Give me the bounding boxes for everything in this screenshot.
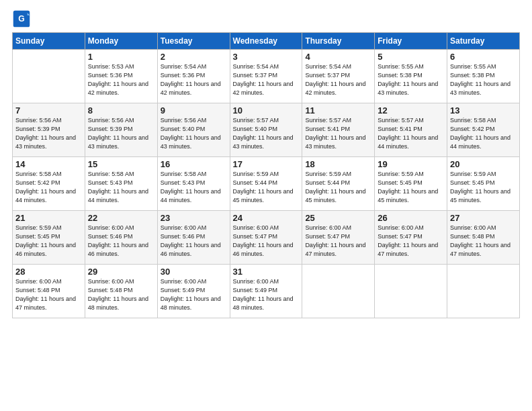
weekday-wednesday: Wednesday bbox=[230, 33, 302, 50]
calendar-page: G SundayMondayTuesdayWednesdayThursdayFr… bbox=[0, 0, 532, 411]
day-number: 16 bbox=[161, 159, 227, 169]
day-number: 26 bbox=[378, 213, 444, 223]
day-info: Sunrise: 5:54 AMSunset: 5:37 PMDaylight:… bbox=[305, 62, 371, 97]
day-info: Sunrise: 5:55 AMSunset: 5:38 PMDaylight:… bbox=[450, 62, 517, 97]
calendar-table: SundayMondayTuesdayWednesdayThursdayFrid… bbox=[12, 32, 520, 318]
day-info: Sunrise: 6:00 AMSunset: 5:48 PMDaylight:… bbox=[88, 277, 154, 312]
day-info: Sunrise: 5:57 AMSunset: 5:40 PMDaylight:… bbox=[233, 116, 300, 151]
day-number: 21 bbox=[15, 213, 82, 223]
day-info: Sunrise: 5:57 AMSunset: 5:41 PMDaylight:… bbox=[305, 116, 371, 151]
day-cell: 20Sunrise: 5:59 AMSunset: 5:45 PMDayligh… bbox=[447, 157, 520, 211]
day-number: 18 bbox=[305, 159, 371, 169]
day-cell: 27Sunrise: 6:00 AMSunset: 5:48 PMDayligh… bbox=[447, 211, 520, 265]
day-info: Sunrise: 5:58 AMSunset: 5:42 PMDaylight:… bbox=[450, 116, 517, 151]
day-cell bbox=[375, 265, 447, 318]
day-info: Sunrise: 5:55 AMSunset: 5:38 PMDaylight:… bbox=[378, 62, 444, 97]
day-number: 1 bbox=[88, 52, 154, 62]
day-cell: 28Sunrise: 6:00 AMSunset: 5:48 PMDayligh… bbox=[13, 265, 85, 318]
day-number: 4 bbox=[305, 52, 371, 62]
day-cell: 10Sunrise: 5:57 AMSunset: 5:40 PMDayligh… bbox=[230, 103, 302, 157]
day-cell: 9Sunrise: 5:56 AMSunset: 5:40 PMDaylight… bbox=[157, 103, 230, 157]
day-cell: 31Sunrise: 6:00 AMSunset: 5:49 PMDayligh… bbox=[230, 265, 302, 318]
day-info: Sunrise: 5:54 AMSunset: 5:36 PMDaylight:… bbox=[161, 62, 227, 97]
day-cell: 26Sunrise: 6:00 AMSunset: 5:47 PMDayligh… bbox=[375, 211, 447, 265]
day-cell: 25Sunrise: 6:00 AMSunset: 5:47 PMDayligh… bbox=[302, 211, 375, 265]
day-number: 24 bbox=[233, 213, 300, 223]
day-number: 2 bbox=[161, 52, 227, 62]
day-cell: 19Sunrise: 5:59 AMSunset: 5:45 PMDayligh… bbox=[375, 157, 447, 211]
day-info: Sunrise: 6:00 AMSunset: 5:49 PMDaylight:… bbox=[233, 277, 300, 312]
week-row-5: 28Sunrise: 6:00 AMSunset: 5:48 PMDayligh… bbox=[13, 265, 520, 318]
day-cell: 30Sunrise: 6:00 AMSunset: 5:49 PMDayligh… bbox=[157, 265, 230, 318]
day-info: Sunrise: 6:00 AMSunset: 5:47 PMDaylight:… bbox=[378, 224, 444, 259]
day-cell: 8Sunrise: 5:56 AMSunset: 5:39 PMDaylight… bbox=[85, 103, 157, 157]
week-row-1: 1Sunrise: 5:53 AMSunset: 5:36 PMDaylight… bbox=[13, 50, 520, 103]
header: G bbox=[12, 7, 520, 28]
day-cell: 13Sunrise: 5:58 AMSunset: 5:42 PMDayligh… bbox=[447, 103, 520, 157]
day-info: Sunrise: 5:59 AMSunset: 5:44 PMDaylight:… bbox=[305, 170, 371, 205]
day-info: Sunrise: 5:58 AMSunset: 5:42 PMDaylight:… bbox=[15, 170, 82, 205]
day-number: 19 bbox=[378, 159, 444, 169]
day-info: Sunrise: 6:00 AMSunset: 5:48 PMDaylight:… bbox=[450, 224, 517, 259]
day-info: Sunrise: 6:00 AMSunset: 5:47 PMDaylight:… bbox=[305, 224, 371, 259]
day-number: 22 bbox=[88, 213, 154, 223]
day-number: 12 bbox=[378, 105, 444, 116]
day-info: Sunrise: 5:57 AMSunset: 5:41 PMDaylight:… bbox=[378, 116, 444, 151]
day-cell bbox=[13, 50, 85, 103]
day-number: 28 bbox=[15, 267, 82, 277]
day-number: 17 bbox=[233, 159, 300, 169]
day-info: Sunrise: 5:59 AMSunset: 5:45 PMDaylight:… bbox=[15, 224, 82, 259]
day-info: Sunrise: 6:00 AMSunset: 5:47 PMDaylight:… bbox=[233, 224, 300, 259]
weekday-tuesday: Tuesday bbox=[157, 33, 230, 50]
day-number: 9 bbox=[161, 105, 227, 116]
day-number: 3 bbox=[233, 52, 300, 62]
day-cell: 12Sunrise: 5:57 AMSunset: 5:41 PMDayligh… bbox=[375, 103, 447, 157]
day-cell: 14Sunrise: 5:58 AMSunset: 5:42 PMDayligh… bbox=[13, 157, 85, 211]
weekday-friday: Friday bbox=[375, 33, 447, 50]
day-info: Sunrise: 5:58 AMSunset: 5:43 PMDaylight:… bbox=[88, 170, 154, 205]
day-cell: 5Sunrise: 5:55 AMSunset: 5:38 PMDaylight… bbox=[375, 50, 447, 103]
day-info: Sunrise: 6:00 AMSunset: 5:48 PMDaylight:… bbox=[15, 277, 82, 312]
day-cell: 22Sunrise: 6:00 AMSunset: 5:46 PMDayligh… bbox=[85, 211, 157, 265]
svg-text:G: G bbox=[18, 14, 25, 24]
day-info: Sunrise: 5:54 AMSunset: 5:37 PMDaylight:… bbox=[233, 62, 300, 97]
day-number: 5 bbox=[378, 52, 444, 62]
weekday-monday: Monday bbox=[85, 33, 157, 50]
weekday-saturday: Saturday bbox=[447, 33, 520, 50]
day-cell: 18Sunrise: 5:59 AMSunset: 5:44 PMDayligh… bbox=[302, 157, 375, 211]
day-cell: 7Sunrise: 5:56 AMSunset: 5:39 PMDaylight… bbox=[13, 103, 85, 157]
day-number: 15 bbox=[88, 159, 154, 169]
day-number: 27 bbox=[450, 213, 517, 223]
day-number: 7 bbox=[15, 105, 82, 116]
day-number: 25 bbox=[305, 213, 371, 223]
day-info: Sunrise: 5:58 AMSunset: 5:43 PMDaylight:… bbox=[161, 170, 227, 205]
day-number: 6 bbox=[450, 52, 517, 62]
logo-icon: G bbox=[12, 9, 31, 28]
day-number: 29 bbox=[88, 267, 154, 277]
day-cell: 11Sunrise: 5:57 AMSunset: 5:41 PMDayligh… bbox=[302, 103, 375, 157]
day-info: Sunrise: 5:56 AMSunset: 5:40 PMDaylight:… bbox=[161, 116, 227, 151]
day-number: 8 bbox=[88, 105, 154, 116]
day-number: 30 bbox=[161, 267, 227, 277]
day-number: 10 bbox=[233, 105, 300, 116]
day-cell: 24Sunrise: 6:00 AMSunset: 5:47 PMDayligh… bbox=[230, 211, 302, 265]
day-cell bbox=[302, 265, 375, 318]
week-row-3: 14Sunrise: 5:58 AMSunset: 5:42 PMDayligh… bbox=[13, 157, 520, 211]
day-number: 31 bbox=[233, 267, 300, 277]
day-cell: 1Sunrise: 5:53 AMSunset: 5:36 PMDaylight… bbox=[85, 50, 157, 103]
day-cell: 2Sunrise: 5:54 AMSunset: 5:36 PMDaylight… bbox=[157, 50, 230, 103]
day-info: Sunrise: 5:59 AMSunset: 5:45 PMDaylight:… bbox=[378, 170, 444, 205]
day-number: 23 bbox=[161, 213, 227, 223]
day-number: 14 bbox=[15, 159, 82, 169]
day-cell: 16Sunrise: 5:58 AMSunset: 5:43 PMDayligh… bbox=[157, 157, 230, 211]
day-cell: 21Sunrise: 5:59 AMSunset: 5:45 PMDayligh… bbox=[13, 211, 85, 265]
day-number: 11 bbox=[305, 105, 371, 116]
day-cell: 23Sunrise: 6:00 AMSunset: 5:46 PMDayligh… bbox=[157, 211, 230, 265]
week-row-4: 21Sunrise: 5:59 AMSunset: 5:45 PMDayligh… bbox=[13, 211, 520, 265]
day-info: Sunrise: 5:59 AMSunset: 5:44 PMDaylight:… bbox=[233, 170, 300, 205]
day-cell: 29Sunrise: 6:00 AMSunset: 5:48 PMDayligh… bbox=[85, 265, 157, 318]
day-cell: 15Sunrise: 5:58 AMSunset: 5:43 PMDayligh… bbox=[85, 157, 157, 211]
day-info: Sunrise: 5:59 AMSunset: 5:45 PMDaylight:… bbox=[450, 170, 517, 205]
weekday-header-row: SundayMondayTuesdayWednesdayThursdayFrid… bbox=[13, 33, 520, 50]
day-info: Sunrise: 6:00 AMSunset: 5:46 PMDaylight:… bbox=[88, 224, 154, 259]
